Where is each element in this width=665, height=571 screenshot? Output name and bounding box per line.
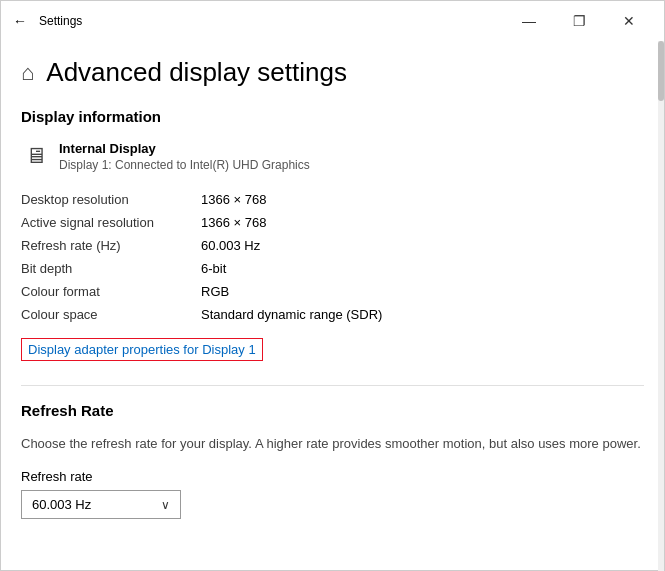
display-info-box: 🖥 Internal Display Display 1: Connected … [21, 141, 644, 172]
scrollbar-thumb[interactable] [658, 41, 664, 101]
display-subtitle: Display 1: Connected to Intel(R) UHD Gra… [59, 158, 310, 172]
refresh-rate-section-title: Refresh Rate [21, 402, 644, 419]
minimize-button[interactable]: — [506, 5, 552, 37]
row-label: Colour space [21, 303, 201, 326]
page-header: ⌂ Advanced display settings [21, 41, 644, 108]
table-row: Active signal resolution1366 × 768 [21, 211, 644, 234]
maximize-button[interactable]: ❐ [556, 5, 602, 37]
refresh-rate-label: Refresh rate [21, 469, 644, 484]
refresh-rate-section: Refresh Rate Choose the refresh rate for… [21, 402, 644, 519]
window-title: Settings [39, 14, 82, 28]
display-info-section-title: Display information [21, 108, 644, 125]
row-value: 1366 × 768 [201, 211, 644, 234]
adapter-link[interactable]: Display adapter properties for Display 1 [21, 338, 263, 361]
row-label: Desktop resolution [21, 188, 201, 211]
row-value: 6-bit [201, 257, 644, 280]
table-row: Refresh rate (Hz)60.003 Hz [21, 234, 644, 257]
title-bar: ← Settings — ❐ ✕ [1, 1, 664, 41]
table-row: Desktop resolution1366 × 768 [21, 188, 644, 211]
table-row: Colour spaceStandard dynamic range (SDR) [21, 303, 644, 326]
close-button[interactable]: ✕ [606, 5, 652, 37]
back-icon[interactable]: ← [13, 13, 27, 29]
row-label: Refresh rate (Hz) [21, 234, 201, 257]
row-label: Bit depth [21, 257, 201, 280]
row-value: RGB [201, 280, 644, 303]
display-identity: Internal Display Display 1: Connected to… [59, 141, 310, 172]
row-value: 60.003 Hz [201, 234, 644, 257]
title-bar-controls: — ❐ ✕ [506, 5, 652, 37]
title-bar-left: ← Settings [13, 13, 82, 29]
main-content: ⌂ Advanced display settings Display info… [1, 41, 664, 570]
row-label: Colour format [21, 280, 201, 303]
refresh-rate-dropdown[interactable]: 60.003 Hz ∨ [21, 490, 181, 519]
display-info-table: Desktop resolution1366 × 768Active signa… [21, 188, 644, 326]
table-row: Bit depth6-bit [21, 257, 644, 280]
scrollbar-track[interactable] [658, 41, 664, 571]
display-name: Internal Display [59, 141, 310, 156]
row-value: Standard dynamic range (SDR) [201, 303, 644, 326]
chevron-down-icon: ∨ [161, 498, 170, 512]
table-row: Colour formatRGB [21, 280, 644, 303]
monitor-icon: 🖥 [25, 143, 47, 169]
page-title: Advanced display settings [46, 57, 347, 88]
display-information-section: Display information 🖥 Internal Display D… [21, 108, 644, 381]
dropdown-value: 60.003 Hz [32, 497, 91, 512]
row-label: Active signal resolution [21, 211, 201, 234]
section-divider [21, 385, 644, 386]
refresh-rate-description: Choose the refresh rate for your display… [21, 435, 644, 453]
row-value: 1366 × 768 [201, 188, 644, 211]
home-icon: ⌂ [21, 60, 34, 86]
settings-window: ← Settings — ❐ ✕ ⌂ Advanced display sett… [0, 0, 665, 571]
